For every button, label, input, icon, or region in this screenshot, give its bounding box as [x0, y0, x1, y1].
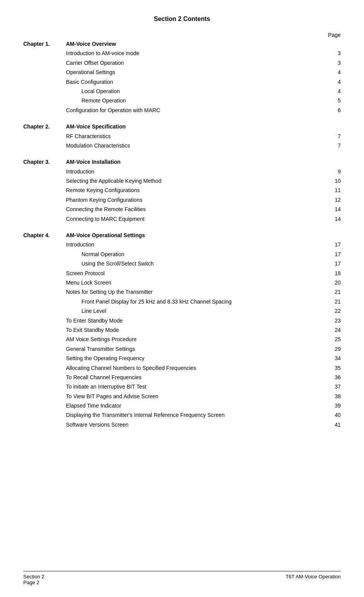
footer-left: Section 2 Page 2: [23, 574, 44, 585]
footer-section: Section 2: [23, 574, 44, 580]
chapter-block: Chapter 1.AM-Voice OverviewIntroduction …: [23, 40, 341, 115]
toc-entry-title: AM Voice Settings Procedure: [66, 335, 321, 344]
toc-entry-page: 36: [321, 373, 341, 382]
entries-col-0: AM-Voice OverviewIntroduction to AM-voic…: [66, 40, 341, 115]
toc-entry: Setting the Operating Frequency34: [66, 354, 341, 363]
toc-entry-page: 17: [321, 250, 341, 259]
toc-entry-page: 5: [321, 96, 341, 105]
toc-entry-page: 14: [321, 215, 341, 223]
chapter-heading-row: AM-Voice Installation: [66, 158, 341, 166]
chapter-heading-title: AM-Voice Specification: [66, 122, 321, 131]
toc-entry: Displaying the Transmitter's Internal Re…: [66, 411, 341, 419]
toc-entry-title: Introduction: [66, 240, 321, 249]
chapter-heading-title: AM-Voice Operational Settings: [66, 231, 321, 239]
toc-entry: Introduction9: [66, 167, 341, 176]
toc-entry: To Exit Standby Mode24: [66, 326, 341, 334]
chapter-label-1: Chapter 2.: [23, 122, 66, 151]
toc-entry-title: Menu Lock Screen: [66, 278, 321, 287]
footer-right: T6T AM-Voice Operation: [286, 574, 341, 585]
toc-entry-title: Notes for Setting Up the Transmitter: [66, 288, 321, 296]
toc-entry-title: Front Panel Display for 25 kHz and 8.33 …: [66, 297, 321, 306]
toc-entry: Using the Scroll/Select Switch17: [66, 259, 341, 268]
toc-entry-page: 11: [321, 186, 341, 194]
toc-entry-title: Remote Operation: [66, 96, 321, 105]
toc-entry-title: Remote Keying Configurations: [66, 186, 321, 194]
toc-entry-page: 9: [321, 167, 341, 176]
chapter-number: Chapter 2.: [23, 122, 66, 131]
toc-entry: Local Operation4: [66, 87, 341, 95]
toc-entry: Elapsed Time Indicator39: [66, 401, 341, 410]
toc-entry-page: 22: [321, 307, 341, 315]
toc-entry-page: 41: [321, 420, 341, 429]
toc-entry-title: Screen Protocol: [66, 269, 321, 278]
chapter-block: Chapter 2.AM-Voice SpecificationRF Chara…: [23, 122, 341, 151]
toc-entry-title: Connecting to MARC Equipment: [66, 215, 321, 223]
toc-entry-title: Basic Configuration: [66, 78, 321, 86]
toc-entry: Introduction17: [66, 240, 341, 249]
toc-entry: Remote Operation5: [66, 96, 341, 105]
toc-entry: To Recall Channel Frequencies36: [66, 373, 341, 382]
entries-col-3: AM-Voice Operational SettingsIntroductio…: [66, 231, 341, 430]
chapter-label-2: Chapter 3.: [23, 158, 66, 224]
toc-entry-page: 4: [321, 87, 341, 95]
toc-entry-page: 25: [321, 335, 341, 344]
toc-entry: Line Level22: [66, 307, 341, 315]
toc-entry: General Transmitter Settings29: [66, 345, 341, 353]
toc-entry-title: Modulation Characteristics: [66, 141, 321, 150]
toc-entry: Screen Protocol18: [66, 269, 341, 278]
footer: Section 2 Page 2 T6T AM-Voice Operation: [23, 571, 341, 585]
chapter-label-3: Chapter 4.: [23, 231, 66, 430]
toc-entry-title: Introduction to AM-voice mode: [66, 49, 321, 57]
toc-entry: Phantom Keying Configurations12: [66, 196, 341, 204]
chapter-heading-row: AM-Voice Specification: [66, 122, 341, 131]
toc-entry-title: Normal Operation: [66, 250, 321, 259]
toc-entry-title: Software Versions Screen: [66, 420, 321, 429]
toc-entry: To View BIT Pages and Advise Screen38: [66, 392, 341, 401]
toc-entry-title: Elapsed Time Indicator: [66, 401, 321, 410]
toc-entry-page: 20: [321, 278, 341, 287]
chapter-number: Chapter 4.: [23, 231, 66, 239]
toc-entry-page: 7: [321, 141, 341, 150]
toc-entry: Software Versions Screen41: [66, 420, 341, 429]
entries-col-1: AM-Voice SpecificationRF Characteristics…: [66, 122, 341, 151]
toc-entry: Menu Lock Screen20: [66, 278, 341, 287]
toc-entry-page: 3: [321, 59, 341, 67]
footer-page: Page 2: [23, 580, 44, 585]
page-title: Section 2 Contents: [23, 16, 341, 23]
toc-entry-page: 14: [321, 205, 341, 213]
toc-entry: Front Panel Display for 25 kHz and 8.33 …: [66, 297, 341, 306]
toc-entry-page: 34: [321, 354, 341, 363]
toc-entry-title: General Transmitter Settings: [66, 345, 321, 353]
toc-entry: To initiate an Interruptive BIT Test37: [66, 382, 341, 391]
toc-entry-page: 12: [321, 196, 341, 204]
toc-entry-title: Allocating Channel Numbers to Specified …: [66, 364, 321, 372]
toc-entry-title: Operational Settings: [66, 68, 321, 76]
toc-entry: RF Characteristics7: [66, 132, 341, 141]
toc-entry-page: 21: [321, 288, 341, 296]
toc-entry-title: Phantom Keying Configurations: [66, 196, 321, 204]
chapter-number: Chapter 3.: [23, 158, 66, 166]
toc-entry: AM Voice Settings Procedure25: [66, 335, 341, 344]
toc-entry-title: To Recall Channel Frequencies: [66, 373, 321, 382]
toc-container: PageChapter 1.AM-Voice OverviewIntroduct…: [23, 32, 341, 430]
toc-entry: Connecting the Remote Facilities14: [66, 205, 341, 213]
toc-entry-page: 24: [321, 326, 341, 334]
toc-entry: Configuration for Operation with MARC6: [66, 106, 341, 115]
toc-entry-page: 38: [321, 392, 341, 401]
toc-entry-title: Selecting the Applicable Keying Method: [66, 177, 321, 185]
toc-entry-title: Carrier Offset Operation: [66, 59, 321, 67]
toc-entry-title: Local Operation: [66, 87, 321, 95]
toc-entry-title: Displaying the Transmitter's Internal Re…: [66, 411, 321, 419]
chapter-heading-title: AM-Voice Overview: [66, 40, 321, 48]
chapter-heading-row: AM-Voice Overview: [66, 40, 341, 48]
toc-entry: Remote Keying Configurations11: [66, 186, 341, 194]
toc-entry-title: Setting the Operating Frequency: [66, 354, 321, 363]
toc-entry-title: Line Level: [66, 307, 321, 315]
toc-entry-page: 37: [321, 382, 341, 391]
toc-entry-page: 39: [321, 401, 341, 410]
chapter-block: Chapter 3.AM-Voice InstallationIntroduct…: [23, 158, 341, 224]
chapter-heading-row: AM-Voice Operational Settings: [66, 231, 341, 239]
toc-entry: Notes for Setting Up the Transmitter21: [66, 288, 341, 296]
chapter-number: Chapter 1.: [23, 40, 66, 48]
toc-header-row: Page: [23, 32, 341, 38]
